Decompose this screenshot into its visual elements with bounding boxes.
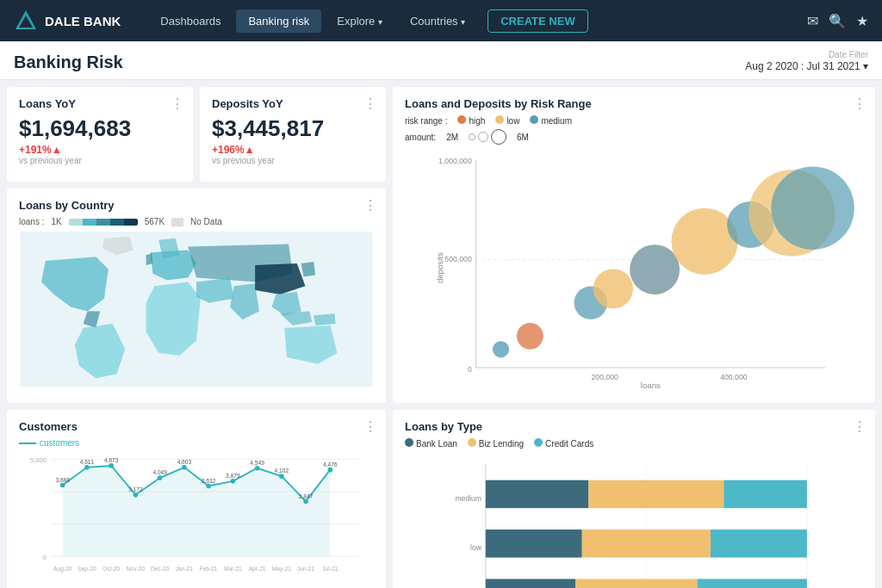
kpi-deposits: Deposits YoY ⋮ $3,445,817 +196%▲ vs prev… (200, 87, 386, 182)
date-filter[interactable]: Date Filter Aug 2 2020 : Jul 31 2021 ▾ (745, 50, 868, 72)
loans-by-country-menu[interactable]: ⋮ (363, 197, 377, 214)
customers-legend: customers (19, 438, 374, 448)
map-container (19, 232, 374, 387)
svg-point-21 (771, 166, 854, 250)
date-filter-label: Date Filter (745, 50, 868, 59)
amount-large (491, 129, 506, 145)
svg-text:Sep-20: Sep-20 (78, 566, 96, 573)
svg-rect-78 (724, 480, 807, 509)
svg-text:Aug-20: Aug-20 (53, 566, 72, 573)
explore-chevron: ▾ (378, 17, 382, 27)
loans-by-type-card: Loans by Type ⋮ Bank Loan Biz Lending Cr… (393, 410, 875, 588)
svg-point-35 (206, 484, 211, 489)
svg-text:1,000,000: 1,000,000 (438, 157, 472, 165)
svg-point-31 (109, 463, 114, 468)
scatter-area: 0 500,000 1,000,000 200,000 400,000 loan… (405, 152, 863, 393)
svg-text:4,102: 4,102 (275, 467, 289, 473)
svg-point-34 (182, 465, 187, 470)
biz-lending-dot (468, 438, 476, 447)
scatter-menu[interactable]: ⋮ (853, 96, 866, 112)
map-legend-bar (69, 219, 138, 226)
svg-text:Dec-20: Dec-20 (151, 566, 170, 572)
svg-text:4,476: 4,476 (323, 461, 338, 467)
search-icon[interactable]: 🔍 (829, 13, 846, 29)
svg-text:4,603: 4,603 (177, 459, 192, 465)
nav-countries[interactable]: Countries ▾ (398, 9, 477, 33)
svg-point-32 (134, 492, 139, 498)
svg-point-33 (158, 475, 163, 480)
star-icon[interactable]: ★ (856, 13, 868, 29)
svg-point-39 (303, 499, 308, 504)
svg-text:5,000: 5,000 (30, 456, 47, 464)
brand[interactable]: DALE BANK (14, 9, 121, 33)
svg-text:Oct-20: Oct-20 (102, 566, 120, 572)
kpi-deposits-change: +196%▲ (212, 144, 374, 156)
svg-text:loans: loans (641, 381, 661, 390)
nav-banking-risk[interactable]: Banking risk (236, 9, 321, 33)
svg-rect-76 (486, 480, 589, 509)
svg-point-30 (84, 465, 90, 470)
svg-text:400,000: 400,000 (720, 373, 748, 381)
svg-rect-79 (486, 529, 582, 558)
svg-point-17 (630, 244, 680, 294)
kpi-loans-change: +191%▲ (19, 144, 181, 156)
loans-by-country-card: Loans by Country ⋮ loans : 1K 567K No Da… (7, 189, 386, 403)
customers-line-legend (19, 443, 36, 444)
svg-text:low: low (470, 543, 482, 552)
svg-text:4,611: 4,611 (80, 459, 95, 465)
no-data-box (171, 218, 183, 226)
svg-point-38 (279, 473, 284, 479)
scatter-svg: 0 500,000 1,000,000 200,000 400,000 loan… (405, 152, 863, 393)
svg-text:200,000: 200,000 (592, 373, 619, 381)
page-header: Banking Risk Date Filter Aug 2 2020 : Ju… (0, 41, 882, 80)
svg-rect-77 (588, 480, 724, 509)
kpi-row: Loans YoY ⋮ $1,694,683 +191%▲ vs previou… (7, 87, 386, 182)
nav-explore[interactable]: Explore ▾ (325, 9, 394, 33)
mail-icon[interactable]: ✉ (807, 13, 818, 29)
svg-text:Jan-21: Jan-21 (176, 566, 193, 572)
scatter-title: Loans and Deposits by Risk Range (405, 97, 863, 110)
kpi-loans-menu[interactable]: ⋮ (171, 96, 184, 112)
svg-point-40 (327, 467, 332, 473)
date-filter-value: Aug 2 2020 : Jul 31 2021 ▾ (745, 60, 868, 72)
nav-dashboards[interactable]: Dashboards (148, 9, 233, 33)
svg-text:500,000: 500,000 (444, 255, 472, 263)
svg-point-37 (255, 466, 260, 471)
svg-point-29 (60, 483, 65, 488)
loans-by-type-menu[interactable]: ⋮ (853, 418, 866, 435)
dashboard-body: Loans YoY ⋮ $1,694,683 +191%▲ vs previou… (0, 80, 882, 588)
svg-text:Jul-21: Jul-21 (322, 566, 338, 572)
svg-text:Mar-21: Mar-21 (224, 566, 242, 572)
countries-chevron: ▾ (461, 17, 465, 27)
svg-text:Nov-20: Nov-20 (127, 566, 146, 572)
svg-text:May-21: May-21 (272, 566, 291, 573)
svg-text:Feb-21: Feb-21 (200, 566, 218, 572)
svg-rect-83 (575, 579, 698, 588)
date-filter-chevron: ▾ (863, 60, 868, 72)
create-new-button[interactable]: CREATE NEW (488, 9, 587, 33)
kpi-deposits-menu[interactable]: ⋮ (363, 96, 377, 112)
low-dot (495, 115, 504, 124)
svg-text:deposits: deposits (435, 252, 444, 283)
scatter-legend: risk range : high low medium (405, 115, 863, 126)
bar-legend: Bank Loan Biz Lending Credit Cards (405, 438, 863, 449)
navbar: DALE BANK Dashboards Banking risk Explor… (0, 0, 882, 41)
scatter-card: Loans and Deposits by Risk Range ⋮ risk … (393, 87, 875, 403)
customers-menu[interactable]: ⋮ (363, 418, 377, 435)
kpi-deposits-value: $3,445,817 (212, 115, 374, 142)
svg-text:medium: medium (455, 494, 481, 503)
nav-icons: ✉ 🔍 ★ (807, 13, 868, 29)
svg-text:0: 0 (468, 365, 472, 374)
nav-links: Dashboards Banking risk Explore ▾ Countr… (148, 9, 797, 33)
bank-loan-dot (405, 438, 413, 447)
kpi-loans-value: $1,694,683 (19, 115, 181, 142)
svg-text:3,632: 3,632 (202, 478, 216, 484)
svg-text:0: 0 (43, 554, 47, 561)
svg-text:4,049: 4,049 (152, 469, 167, 475)
svg-point-36 (231, 479, 236, 484)
page-title: Banking Risk (14, 53, 123, 72)
line-chart-svg: 5,000 0 (19, 451, 374, 588)
svg-text:3,172: 3,172 (128, 486, 143, 492)
svg-point-13 (493, 341, 509, 357)
medium-dot (530, 115, 538, 124)
